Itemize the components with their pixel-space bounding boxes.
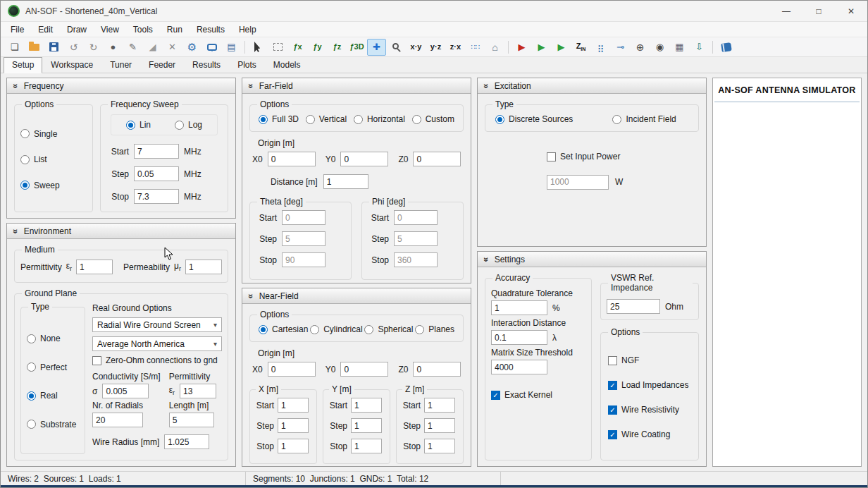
ff-distance-input[interactable] <box>323 174 368 189</box>
theta-step-input[interactable] <box>282 231 326 246</box>
radio-ground-perfect[interactable]: Perfect <box>27 362 79 372</box>
save-project-button[interactable] <box>44 39 63 56</box>
radio-lin[interactable]: Lin <box>126 120 151 130</box>
home-view-button[interactable]: ⌂ <box>485 39 504 56</box>
current-fz-button[interactable]: ƒz <box>328 39 347 56</box>
menu-run[interactable]: Run <box>160 25 190 35</box>
menu-edit[interactable]: Edit <box>31 25 60 35</box>
freq-stop-input[interactable] <box>134 189 179 204</box>
radio-single[interactable]: Single <box>20 129 87 139</box>
open-project-button[interactable] <box>25 39 44 56</box>
radio-ground-real[interactable]: Real <box>27 391 79 401</box>
selection-box-tool-button[interactable] <box>268 39 287 56</box>
phi-stop-input[interactable] <box>394 252 438 267</box>
move-tool-button[interactable]: ✚ <box>367 39 386 56</box>
view-yz-button[interactable]: y·z <box>426 39 445 56</box>
run-currents-button[interactable]: ▶ <box>512 39 531 56</box>
radio-cylindrical[interactable]: Cylindrical <box>310 324 362 334</box>
maximize-button[interactable]: □ <box>802 1 835 21</box>
tab-setup[interactable]: Setup <box>4 57 42 73</box>
snap-grid-button[interactable]: ∷∷ <box>466 39 485 56</box>
vswr-impedance-input[interactable] <box>607 299 660 314</box>
wire-radius-input[interactable] <box>164 434 209 449</box>
matrix-size-threshold-input[interactable] <box>491 360 547 374</box>
draw-point-button[interactable]: ● <box>104 39 123 56</box>
comment-bubble-button[interactable] <box>202 39 221 56</box>
freq-start-input[interactable] <box>134 144 179 159</box>
nf-origin-y0-input[interactable] <box>340 362 388 377</box>
nf-z-stop-input[interactable] <box>424 439 455 453</box>
interaction-distance-input[interactable] <box>491 330 547 345</box>
radio-ground-none[interactable]: None <box>27 334 79 343</box>
menu-results[interactable]: Results <box>190 25 232 35</box>
notes-pad-button[interactable]: ▤ <box>222 39 241 56</box>
radials-input[interactable] <box>92 413 143 427</box>
conductivity-input[interactable] <box>102 384 149 398</box>
radio-ground-substrate[interactable]: Substrate <box>27 420 79 429</box>
export-data-button[interactable]: ⇩ <box>690 39 709 56</box>
help-book-button[interactable] <box>717 39 736 56</box>
input-impedance-button[interactable]: ZIN <box>571 39 590 56</box>
nf-x-start-input[interactable] <box>278 398 309 413</box>
radio-cartesian[interactable]: Cartesian <box>259 324 308 334</box>
medium-permittivity-input[interactable] <box>76 260 113 274</box>
far-field-panel-header[interactable]: Far-Field <box>242 78 471 94</box>
results-table-button[interactable]: ▦ <box>670 39 689 56</box>
nf-origin-z0-input[interactable] <box>413 362 461 377</box>
undo-button[interactable]: ↺ <box>64 39 83 56</box>
menu-file[interactable]: File <box>4 25 31 35</box>
ground-screen-select[interactable]: Radial Wire Ground Screen <box>92 317 222 332</box>
nf-x-stop-input[interactable] <box>278 439 309 453</box>
radio-log[interactable]: Log <box>175 120 202 130</box>
radio-vertical[interactable]: Vertical <box>306 114 347 124</box>
delete-button[interactable]: ✕ <box>163 39 182 56</box>
globe-view-button[interactable]: ⊕ <box>631 39 650 56</box>
quadrature-tolerance-input[interactable] <box>491 300 547 315</box>
near-field-panel-header[interactable]: Near-Field <box>242 288 471 304</box>
current-fx-button[interactable]: ƒx <box>288 39 307 56</box>
preferences-gear-button[interactable]: ⚙ <box>182 39 202 56</box>
menu-view[interactable]: View <box>94 25 126 35</box>
nf-y-stop-input[interactable] <box>351 439 382 453</box>
new-file-button[interactable]: ❏ <box>5 39 24 56</box>
exact-kernel-checkbox[interactable]: Exact Kernel <box>491 390 552 400</box>
excitation-panel-header[interactable]: Excitation <box>478 78 706 94</box>
wire-coating-checkbox[interactable]: Wire Coating <box>608 429 670 439</box>
tab-plots[interactable]: Plots <box>229 57 265 73</box>
environment-panel-header[interactable]: Environment <box>7 224 235 239</box>
frequency-panel-header[interactable]: Frequency <box>7 78 235 94</box>
mesh-points-button[interactable]: ⣶ <box>591 39 610 56</box>
wire-resistivity-checkbox[interactable]: Wire Resistivity <box>608 405 679 415</box>
menu-tools[interactable]: Tools <box>126 25 160 35</box>
nf-x-step-input[interactable] <box>278 418 309 433</box>
theta-start-input[interactable] <box>282 210 326 225</box>
redo-button[interactable]: ↻ <box>84 39 103 56</box>
tab-results[interactable]: Results <box>184 57 229 73</box>
tab-models[interactable]: Models <box>265 57 309 73</box>
nf-z-start-input[interactable] <box>424 398 455 413</box>
radio-planes[interactable]: Planes <box>415 324 454 334</box>
run-all-button[interactable]: ▶ <box>552 39 571 56</box>
radio-horizontal[interactable]: Horizontal <box>354 114 405 124</box>
ground-permittivity-input[interactable] <box>180 384 216 398</box>
ff-origin-x0-input[interactable] <box>268 152 316 166</box>
phi-start-input[interactable] <box>394 210 438 225</box>
radio-incident-field[interactable]: Incident Field <box>612 114 676 124</box>
theta-stop-input[interactable] <box>282 252 326 267</box>
view-xy-button[interactable]: x·y <box>407 39 426 56</box>
eraser-button[interactable]: ◢ <box>143 39 162 56</box>
nf-y-start-input[interactable] <box>351 398 382 413</box>
globe-options-button[interactable]: ◉ <box>650 39 669 56</box>
menu-draw[interactable]: Draw <box>60 25 94 35</box>
radio-list[interactable]: List <box>20 154 87 164</box>
edit-pencil-button[interactable]: ✎ <box>123 39 142 56</box>
run-far-field-button[interactable]: ▶ <box>532 39 551 56</box>
tab-tuner[interactable]: Tuner <box>101 57 140 73</box>
menu-help[interactable]: Help <box>232 25 264 35</box>
minimize-button[interactable]: — <box>770 1 802 21</box>
pointer-tool-button[interactable] <box>249 39 268 56</box>
current-f3d-button[interactable]: ƒ3D <box>347 39 366 56</box>
connect-nodes-button[interactable]: ⊸ <box>611 39 630 56</box>
current-fy-button[interactable]: ƒy <box>308 39 327 56</box>
ngf-checkbox[interactable]: NGF <box>608 355 639 365</box>
